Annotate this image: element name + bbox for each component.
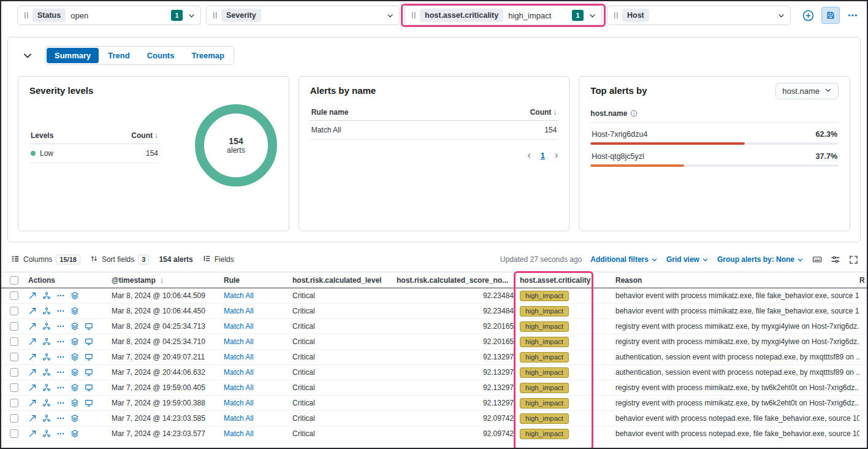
select-all-checkbox[interactable] [10,276,18,285]
more-actions-icon[interactable] [56,383,65,392]
row-checkbox[interactable] [10,368,18,377]
analyzer-icon[interactable] [42,383,51,392]
keyboard-shortcuts-icon[interactable] [812,255,822,264]
session-view-icon[interactable] [70,414,79,423]
additional-filters-button[interactable]: Additional filters [590,255,658,264]
top-alerts-field-select[interactable]: host.name [775,83,839,99]
filter-host-asset-criticality[interactable]: host.asset.criticality high_impact 1 [405,6,602,25]
rule-link[interactable]: Match All [220,337,289,346]
expand-alert-icon[interactable] [28,291,37,300]
rule-link[interactable]: Match All [220,429,289,438]
rule-link[interactable]: Match All [220,414,289,423]
rule-link[interactable]: Match All [220,307,289,315]
sort-fields-button[interactable]: Sort fields 3 [90,255,149,264]
session-view-icon[interactable] [70,337,79,346]
reason-cell[interactable]: registry event with process mimikatz.exe… [613,337,859,346]
analyzer-icon[interactable] [42,353,51,361]
row-checkbox[interactable] [10,353,18,361]
header-risk-score[interactable]: host.risk.calculated_score_no... [393,276,515,285]
session-view-icon[interactable] [70,307,79,315]
session-view-icon[interactable] [70,399,79,407]
filter-host[interactable]: Host [607,6,791,25]
tab-summary[interactable]: Summary [47,48,99,63]
reason-cell[interactable]: authentication, session event with proce… [613,368,859,377]
rule-link[interactable]: Match All [220,399,289,407]
more-options-icon[interactable] [847,10,858,21]
expand-alert-icon[interactable] [28,383,37,392]
display-options-icon[interactable] [831,255,840,264]
more-actions-icon[interactable] [56,429,65,438]
session-view-icon[interactable] [70,322,79,331]
reason-cell[interactable]: registry event with process mimikatz.exe… [613,399,859,407]
event-monitor-icon[interactable] [85,337,93,346]
reason-cell[interactable]: behavior event with process notepad.exe,… [613,429,859,438]
reason-cell[interactable]: behavior event with process notepad.exe,… [613,414,859,423]
session-view-icon[interactable] [70,368,79,377]
more-actions-icon[interactable] [56,307,65,315]
tab-trend[interactable]: Trend [100,48,137,63]
header-timestamp[interactable]: @timestamp↓ [105,276,220,285]
header-risk-level[interactable]: host.risk.calculated_level [289,276,393,285]
row-checkbox[interactable] [10,307,18,315]
row-checkbox[interactable] [10,383,18,392]
rule-link[interactable]: Match All [220,291,289,300]
previous-page-icon[interactable]: ‹ [527,150,530,161]
collapse-charts-icon[interactable] [23,51,32,61]
event-monitor-icon[interactable] [85,383,93,392]
column-header-count[interactable]: Count↓ [530,108,557,117]
expand-alert-icon[interactable] [28,353,37,361]
next-page-icon[interactable]: › [555,150,558,161]
filter-status[interactable]: Status open 1 [17,6,201,25]
column-header-levels[interactable]: Levels [31,131,53,140]
analyzer-icon[interactable] [42,322,51,331]
filter-severity[interactable]: Severity [206,6,400,25]
more-actions-icon[interactable] [56,291,65,300]
session-view-icon[interactable] [70,383,79,392]
more-actions-icon[interactable] [56,368,65,377]
analyzer-icon[interactable] [42,399,51,407]
session-view-icon[interactable] [70,291,79,300]
tab-treemap[interactable]: Treemap [183,48,232,63]
columns-button[interactable]: Columns 15/18 [11,255,80,265]
more-actions-icon[interactable] [56,322,65,331]
row-checkbox[interactable] [10,337,18,346]
event-monitor-icon[interactable] [85,399,93,407]
rule-link[interactable]: Match All [220,353,289,361]
row-checkbox[interactable] [10,399,18,407]
event-monitor-icon[interactable] [85,353,93,361]
expand-alert-icon[interactable] [28,337,37,346]
reason-cell[interactable]: behavior event with process mimikatz.exe… [613,307,859,315]
expand-alert-icon[interactable] [28,322,37,331]
session-view-icon[interactable] [70,429,79,438]
reason-cell[interactable]: registry event with process mimikatz.exe… [613,322,859,331]
save-icon[interactable] [821,7,840,24]
session-view-icon[interactable] [70,353,79,361]
analyzer-icon[interactable] [42,368,51,377]
add-filter-icon[interactable] [802,10,814,21]
grid-view-button[interactable]: Grid view [666,255,709,264]
group-alerts-by-button[interactable]: Group alerts by: None [717,255,804,264]
analyzer-icon[interactable] [42,414,51,423]
analyzer-icon[interactable] [42,307,51,315]
fields-button[interactable]: Fields [203,255,234,264]
tab-counts[interactable]: Counts [139,48,183,63]
more-actions-icon[interactable] [56,399,65,407]
rule-link[interactable]: Match All [220,368,289,377]
row-checkbox[interactable] [10,291,18,300]
header-reason[interactable]: Reason [613,276,859,285]
header-rule[interactable]: Rule [220,276,289,285]
rule-link[interactable]: Match All [220,383,289,392]
page-number[interactable]: 1 [541,151,545,160]
analyzer-icon[interactable] [42,337,51,346]
expand-alert-icon[interactable] [28,368,37,377]
more-actions-icon[interactable] [56,414,65,423]
analyzer-icon[interactable] [42,429,51,438]
event-monitor-icon[interactable] [85,322,93,331]
rule-link[interactable]: Match All [220,322,289,331]
column-header-rule-name[interactable]: Rule name [311,108,349,117]
row-checkbox[interactable] [10,322,18,331]
analyzer-icon[interactable] [42,291,51,300]
reason-cell[interactable]: authentication, session event with proce… [613,353,859,361]
fullscreen-icon[interactable] [849,255,858,264]
reason-cell[interactable]: behavior event with process mimikatz.exe… [613,291,859,300]
